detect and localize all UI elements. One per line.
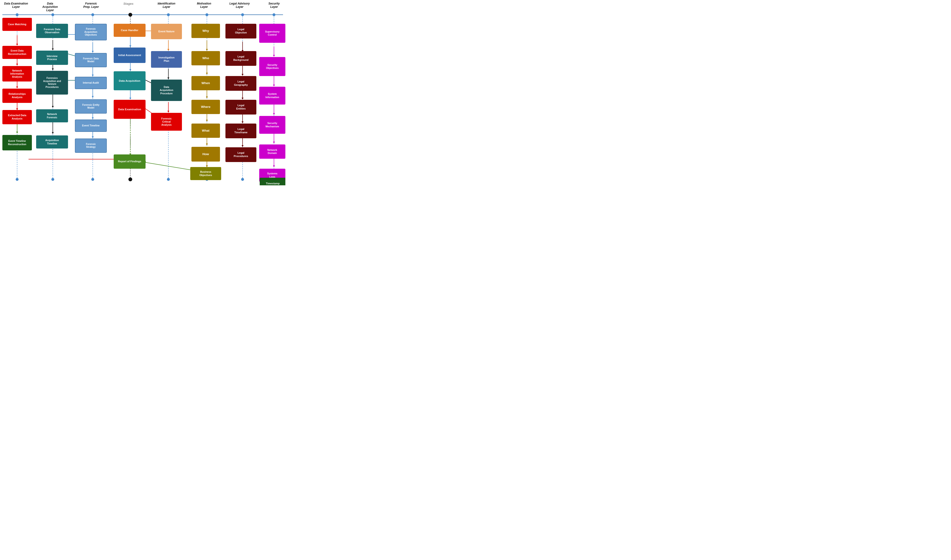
header-stages: Stages [117, 2, 140, 5]
svg-point-11 [91, 13, 94, 16]
svg-point-9 [16, 13, 19, 16]
header-identification: IdentificationLayer [150, 2, 183, 9]
event-nature-box: Event Nature [151, 24, 182, 39]
svg-marker-98 [273, 165, 275, 167]
svg-marker-36 [52, 48, 54, 50]
svg-marker-96 [273, 142, 275, 143]
svg-marker-44 [92, 51, 94, 53]
header-forensic-prep: ForensicPrep. Layer [76, 2, 107, 9]
timestamp-box: Timestamp [260, 178, 286, 185]
svg-marker-92 [273, 85, 275, 86]
forensic-strategy-box: ForensicStrategy [75, 138, 107, 153]
svg-marker-40 [52, 106, 54, 108]
data-examination-stage-box: Data Examination [114, 100, 145, 119]
svg-marker-54 [130, 45, 131, 47]
svg-point-12 [128, 13, 132, 17]
system-information-box: SystemInformation [259, 87, 286, 105]
svg-marker-50 [92, 117, 94, 119]
header-security: SecurityLayer [262, 2, 286, 9]
event-data-reconstruction-box: Event DataReconstruction [2, 46, 32, 59]
svg-point-21 [167, 178, 170, 181]
svg-marker-34 [16, 132, 18, 134]
header-data-acquisition: DataAcquisitionLayer [35, 2, 65, 12]
where-box: Where [191, 100, 220, 114]
header-legal-advisory: Legal AdvisoryLayer [224, 2, 256, 9]
legal-geography-box: LegalGeography [225, 76, 256, 91]
svg-marker-62 [167, 49, 169, 51]
svg-point-18 [51, 178, 54, 181]
svg-marker-88 [242, 145, 244, 147]
svg-marker-52 [92, 136, 94, 138]
svg-marker-74 [206, 120, 208, 122]
svg-marker-64 [167, 77, 169, 79]
report-of-findings-box: Report of Findings [114, 154, 145, 169]
svg-point-13 [167, 13, 170, 16]
event-timeline-reconstruction-box: Event TimelineReconstruction [2, 135, 32, 151]
svg-marker-30 [16, 86, 18, 88]
data-acquisition-stage-box: Data Acquisition [114, 71, 145, 90]
supervisory-control-box: SupervisoryControl [259, 24, 286, 43]
svg-point-16 [273, 13, 275, 16]
business-objectives-box: BusinessObjectives [190, 167, 221, 180]
legal-background-box: LegalBackground [225, 51, 256, 66]
svg-marker-58 [130, 98, 131, 100]
internal-audit-box: Internal Audit [75, 77, 107, 89]
svg-marker-76 [206, 143, 208, 145]
initial-assessment-box: Initial Assessment [114, 48, 145, 63]
extracted-data-analysis-box: Extracted DataAnalysis [2, 110, 32, 124]
svg-point-20 [128, 177, 132, 181]
svg-marker-48 [92, 96, 94, 98]
forensic-data-observation-box: Forensic DataObservation [36, 24, 68, 38]
relationships-analysis-box: RelationshipsAnalysis [2, 89, 32, 103]
svg-point-15 [241, 13, 244, 16]
svg-marker-46 [92, 75, 94, 77]
data-acquisition-procedure-box: DataAcquisitionProcedure [151, 80, 182, 101]
main-diagram: Data Examination Layer DataAcquisitionLa… [0, 0, 286, 185]
svg-point-14 [205, 13, 208, 16]
header-data-examination: Data Examination Layer [1, 2, 31, 9]
legal-timeframe-box: LegalTimeframe [225, 123, 256, 138]
security-mechanism-box: SecurityMechanism [259, 116, 286, 134]
svg-marker-42 [52, 132, 54, 134]
svg-line-114 [145, 162, 198, 171]
svg-marker-68 [206, 49, 208, 51]
svg-marker-38 [52, 68, 54, 70]
svg-marker-28 [16, 64, 18, 66]
svg-point-23 [241, 178, 244, 181]
network-info-analysis-box: NetworkInformationAnalysis [2, 66, 32, 82]
svg-marker-66 [167, 111, 169, 112]
who-box: Who [191, 51, 220, 65]
forensic-data-model-box: Forensic DataModel [75, 53, 107, 67]
case-handler-box: Case Handler [114, 24, 145, 37]
svg-marker-94 [273, 113, 275, 115]
legal-objective-box: LegalObjective [225, 24, 256, 38]
forensics-acquisition-box: ForensicsAcquisition andSeizureProcedure… [36, 71, 68, 95]
network-forensic-box: NetworkForensic [36, 109, 68, 122]
network-domain-box: NetworkDomain [259, 145, 286, 159]
legal-procedures-box: LegalProcedures [225, 147, 256, 162]
legal-entities-box: LegalEntities [225, 100, 256, 114]
svg-marker-56 [130, 69, 131, 71]
case-matching-box: Case Matching [2, 18, 32, 31]
when-box: When [191, 76, 220, 90]
svg-marker-86 [242, 122, 244, 123]
interview-process-box: InterviewProcess [36, 51, 68, 65]
event-timeline-box: Event Timeline [75, 120, 107, 132]
why-box: Why [191, 24, 220, 38]
acquisition-timeline-box: AcquisitionTimeline [36, 135, 68, 149]
svg-marker-26 [16, 44, 18, 46]
svg-point-10 [51, 13, 54, 16]
how-box: How [191, 147, 220, 162]
svg-point-19 [91, 178, 94, 181]
header-motivation: MotivationLayer [190, 2, 218, 9]
svg-marker-72 [206, 97, 208, 98]
svg-marker-70 [206, 73, 208, 75]
what-box: What [191, 123, 220, 138]
forensic-entity-model-box: Forensic EntityModel [75, 99, 107, 114]
svg-marker-90 [273, 55, 275, 57]
svg-point-17 [16, 178, 19, 181]
svg-marker-84 [242, 98, 244, 100]
svg-marker-82 [242, 74, 244, 76]
forensic-critical-analysis-box: ForensicCriticalAnalysis [151, 113, 182, 131]
security-objectives-box: SecurityObjectives [259, 57, 286, 76]
